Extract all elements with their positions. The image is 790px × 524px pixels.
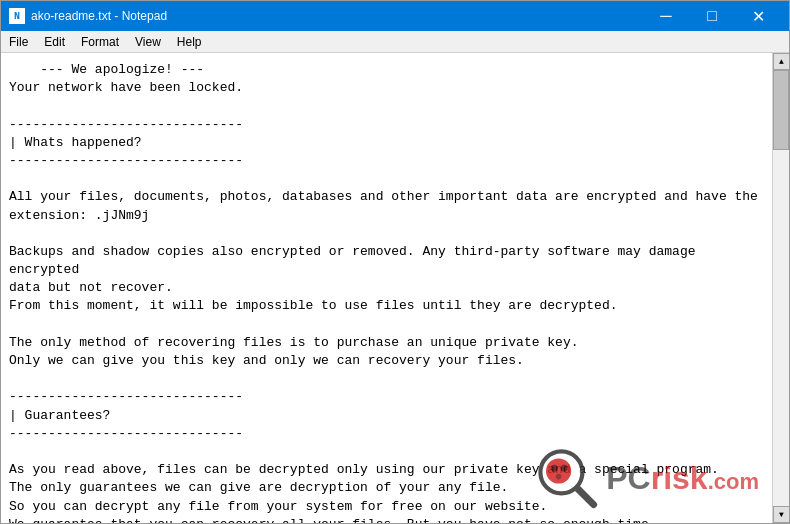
window-title: ako-readme.txt - Notepad: [31, 9, 643, 23]
scroll-down-button[interactable]: ▼: [773, 506, 789, 523]
menu-bar: File Edit Format View Help: [1, 31, 789, 53]
minimize-button[interactable]: ─: [643, 1, 689, 31]
notepad-window: N ako-readme.txt - Notepad ─ □ ✕ File Ed…: [0, 0, 790, 524]
scroll-thumb[interactable]: [773, 70, 789, 150]
menu-help[interactable]: Help: [169, 31, 210, 52]
maximize-button[interactable]: □: [689, 1, 735, 31]
vertical-scrollbar[interactable]: ▲ ▼: [772, 53, 789, 523]
menu-file[interactable]: File: [1, 31, 36, 52]
menu-edit[interactable]: Edit: [36, 31, 73, 52]
menu-format[interactable]: Format: [73, 31, 127, 52]
text-editor[interactable]: --- We apologize! --- Your network have …: [1, 53, 772, 523]
close-button[interactable]: ✕: [735, 1, 781, 31]
title-bar: N ako-readme.txt - Notepad ─ □ ✕: [1, 1, 789, 31]
scroll-track[interactable]: [773, 70, 789, 506]
app-icon: N: [9, 8, 25, 24]
window-controls: ─ □ ✕: [643, 1, 781, 31]
menu-view[interactable]: View: [127, 31, 169, 52]
scroll-up-button[interactable]: ▲: [773, 53, 789, 70]
content-area: --- We apologize! --- Your network have …: [1, 53, 789, 523]
